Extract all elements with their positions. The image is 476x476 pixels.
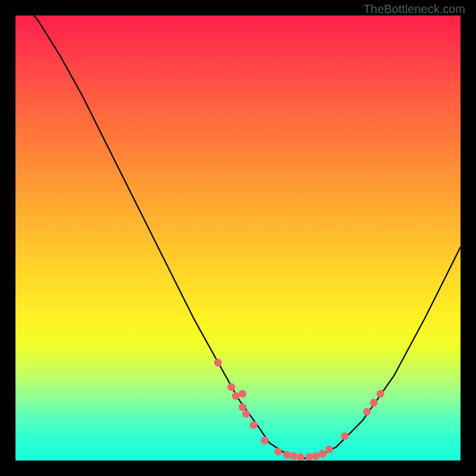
data-point (363, 408, 371, 415)
data-point (370, 399, 378, 406)
plot-area (15, 15, 461, 461)
data-point (239, 403, 246, 411)
data-point (227, 383, 235, 391)
data-point (312, 452, 320, 460)
data-point (214, 359, 222, 367)
data-point (283, 451, 291, 459)
data-markers (214, 359, 384, 461)
curve-line (15, 15, 461, 458)
data-point (296, 453, 304, 461)
data-point (325, 446, 333, 453)
data-point (261, 437, 268, 444)
data-point (274, 448, 282, 456)
data-point (341, 432, 349, 440)
data-point (290, 452, 298, 460)
data-point (242, 410, 250, 418)
chart-svg (15, 15, 461, 461)
data-point (232, 392, 240, 400)
data-point (239, 390, 246, 397)
data-point (305, 453, 313, 461)
data-point (377, 390, 384, 397)
watermark-text: TheBottleneck.com (364, 2, 465, 16)
data-point (319, 450, 327, 458)
data-point (250, 421, 258, 429)
